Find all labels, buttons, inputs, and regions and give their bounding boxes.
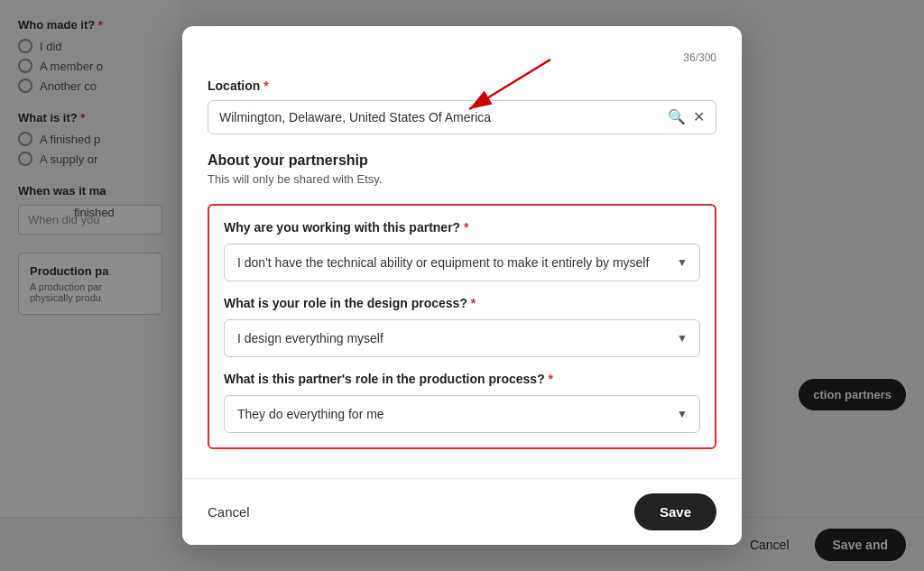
question-1-select-wrapper: I don't have the technical ability or eq… [224, 244, 700, 281]
question-3-required: * [549, 372, 553, 386]
location-input[interactable] [219, 110, 668, 124]
question-2-text: What is your role in the design process? [224, 296, 467, 310]
modal: 36/300 Location * 🔍 ✕ [182, 26, 742, 545]
question-2-label: What is your role in the design process?… [224, 296, 700, 310]
question-2-select[interactable]: I design everything myself I co-design w… [224, 319, 700, 357]
partnership-subtitle: This will only be shared with Etsy. [208, 172, 716, 186]
location-clear-icon[interactable]: ✕ [693, 110, 705, 124]
location-search-icon[interactable]: 🔍 [668, 110, 686, 124]
question-1-text: Why are you working with this partner? [224, 220, 460, 235]
char-count-row: 36/300 [208, 48, 716, 64]
location-wrapper: 🔍 ✕ [208, 100, 716, 134]
location-required-star: * [263, 78, 268, 93]
question-3-select[interactable]: They do everything for me They help me w… [224, 395, 700, 433]
modal-overlay[interactable]: 36/300 Location * 🔍 ✕ [0, 0, 924, 571]
location-label: Location * [208, 78, 716, 93]
location-label-text: Location [208, 78, 260, 93]
question-1-required: * [464, 220, 468, 235]
location-input-wrapper[interactable]: 🔍 ✕ [208, 100, 716, 134]
partnership-questions-box: Why are you working with this partner? *… [208, 204, 716, 449]
location-icons: 🔍 ✕ [668, 110, 705, 124]
modal-save-button[interactable]: Save [634, 493, 716, 530]
question-1-select[interactable]: I don't have the technical ability or eq… [224, 244, 700, 281]
question-3-label: What is this partner's role in the produ… [224, 372, 700, 386]
question-3-select-wrapper: They do everything for me They help me w… [224, 395, 700, 433]
question-2-select-wrapper: I design everything myself I co-design w… [224, 319, 700, 357]
modal-cancel-button[interactable]: Cancel [208, 497, 250, 527]
partnership-title: About your partnership [208, 152, 716, 169]
char-count: 36/300 [683, 51, 716, 64]
modal-footer: Cancel Save [182, 478, 742, 545]
question-3-text: What is this partner's role in the produ… [224, 372, 545, 386]
question-1-label: Why are you working with this partner? * [224, 220, 700, 235]
question-2-required: * [471, 296, 476, 310]
modal-body: 36/300 Location * 🔍 ✕ [182, 26, 742, 478]
